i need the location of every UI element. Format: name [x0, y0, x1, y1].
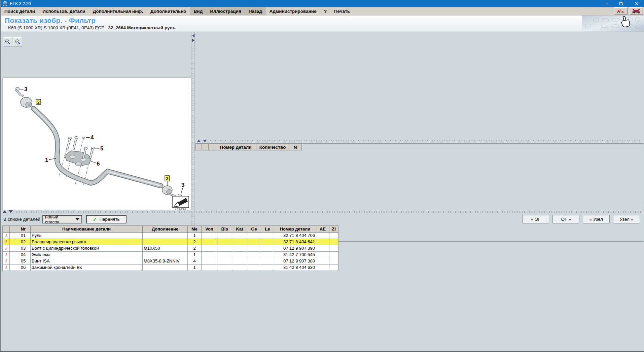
etk-app-icon: ETK — [2, 1, 8, 6]
check-icon: ✓ — [93, 216, 97, 222]
callout-1: 1 — [45, 157, 48, 163]
col-zi[interactable]: ZI — [329, 226, 338, 233]
next-og-button[interactable]: ОГ » — [552, 215, 579, 223]
cell-name: Эмблема — [31, 252, 143, 258]
svg-text:2: 2 — [37, 100, 39, 105]
menu-administrirovanie[interactable]: Администрирование — [266, 7, 320, 15]
right-horizontal-splitter[interactable] — [195, 139, 644, 143]
decorative-catalog-art — [582, 15, 644, 32]
col-select — [10, 226, 16, 233]
svg-text:ETK: ETK — [3, 4, 7, 6]
col-bis[interactable]: Bis — [217, 226, 232, 233]
col-kat[interactable]: Kat — [232, 226, 247, 233]
font-size-button[interactable]: A a — [614, 7, 628, 15]
collapse-right-icon[interactable] — [192, 39, 194, 42]
detail-col-blank1 — [195, 144, 202, 150]
restore-button[interactable] — [614, 0, 629, 7]
handlebar-diagram: 2 2 3 1 4 5 6 3 — [3, 78, 191, 212]
table-row[interactable]: i 03 Болт с цилиндрической головкой M10X… — [3, 245, 338, 252]
collapse-up-icon[interactable] — [197, 140, 201, 142]
table-row[interactable]: i 05 Винт ISA M8X35-8.8-ZNNIV 4 07 12 9 … — [3, 258, 338, 265]
detail-col-quantity[interactable]: Количество — [256, 144, 289, 150]
bottom-splitter-grip[interactable] — [15, 211, 642, 213]
parts-list-label: В списке деталей — [3, 217, 40, 222]
col-info — [3, 226, 10, 233]
hotspot-tag-2-right[interactable]: 2 — [165, 176, 170, 181]
callout-6: 6 — [97, 161, 100, 167]
menu-illustracia[interactable]: Иллюстрация — [206, 7, 245, 15]
info-icon[interactable]: i — [3, 233, 10, 239]
detail-col-part-number[interactable]: Номер детали — [215, 144, 256, 150]
detail-col-blank3 — [209, 144, 215, 150]
svg-text:2: 2 — [166, 176, 168, 181]
menu-ispolzov-detali[interactable]: Использов. детали — [39, 7, 89, 15]
col-ae[interactable]: AE — [316, 226, 329, 233]
dropdown-value: новый список — [45, 214, 73, 224]
info-icon[interactable]: i — [3, 245, 10, 252]
col-me[interactable]: Me — [188, 226, 202, 233]
menu-poisk-detali[interactable]: Поиск детали — [1, 7, 39, 15]
table-row[interactable]: i 01 Руль 1 32 71 8 404 706 — [3, 233, 338, 239]
col-name[interactable]: Наименование детали — [31, 226, 143, 233]
col-le[interactable]: Le — [261, 226, 274, 233]
bottom-horizontal-splitter[interactable] — [1, 210, 644, 214]
menu-nazad[interactable]: Назад — [245, 7, 266, 15]
menu-dop-inf[interactable]: Дополнительная инф. — [89, 7, 147, 15]
cell-addition — [143, 233, 188, 239]
cell-addition: M8X35-8.8-ZNNIV — [143, 258, 188, 265]
menu-pechat[interactable]: Печать — [330, 7, 354, 15]
parts-diagram-canvas[interactable]: 2 2 3 1 4 5 6 3 — [2, 77, 191, 212]
collapse-left-icon[interactable] — [192, 34, 194, 37]
menu-help[interactable]: ? — [320, 7, 330, 15]
next-node-button[interactable]: Узел » — [613, 215, 640, 223]
cell-addition — [143, 265, 188, 271]
info-icon[interactable]: i — [3, 265, 10, 271]
cell-nr: 05 — [16, 258, 31, 265]
prev-node-button[interactable]: « Узел — [583, 215, 610, 223]
no-vehicle-button[interactable] — [630, 7, 643, 15]
right-splitter-grip[interactable] — [210, 140, 641, 142]
zoom-in-button[interactable] — [3, 37, 12, 46]
table-row[interactable]: i 06 Зажимной кронштейн Вх 1 31 42 8 404… — [3, 265, 338, 271]
minimize-button[interactable] — [599, 0, 614, 7]
cell-name: Руль — [31, 233, 143, 239]
apply-button-label: Перенять — [99, 217, 119, 222]
callout-3-left: 3 — [24, 86, 27, 93]
table-row[interactable]: i 02 Балансир рулевого рычага 2 32 71 8 … — [3, 239, 338, 245]
callout-4: 4 — [91, 134, 94, 141]
cell-name: Зажимной кронштейн Вх — [31, 265, 143, 271]
page-title: Показать изобр. - Фильтр — [1, 15, 644, 25]
nav-button-group: « ОГ ОГ » « Узел Узел » — [522, 215, 640, 223]
collapse-down-icon[interactable] — [9, 210, 13, 213]
info-icon[interactable]: i — [3, 258, 10, 265]
col-von[interactable]: Von — [202, 226, 217, 233]
col-ge[interactable]: Ge — [247, 226, 261, 233]
parts-list-dropdown[interactable]: новый список — [42, 215, 82, 223]
col-part-number[interactable]: Номер детали — [274, 226, 316, 233]
cell-me: 2 — [188, 245, 202, 252]
hotspot-tag-2-left[interactable]: 2 — [36, 99, 41, 105]
col-addition[interactable]: Дополнение — [143, 226, 188, 233]
menu-bar: Поиск детали Использов. детали Дополните… — [1, 7, 644, 15]
collapse-up-icon[interactable] — [3, 210, 7, 213]
zoom-out-button[interactable] — [13, 37, 22, 46]
cell-me: 2 — [188, 239, 202, 245]
window-title: ETK 3.2.20 — [10, 1, 31, 6]
info-icon[interactable]: i — [3, 252, 10, 258]
cell-addition — [143, 239, 188, 245]
collapse-down-icon[interactable] — [203, 140, 207, 142]
close-button[interactable] — [629, 0, 644, 7]
detail-col-n[interactable]: N — [289, 144, 302, 150]
apply-button[interactable]: ✓ Перенять — [86, 215, 127, 223]
prev-og-button[interactable]: « ОГ — [522, 215, 549, 223]
context-line: K69 (S 1000 XR) S 1000 XR (0E41, 0E43) E… — [1, 25, 644, 30]
info-icon[interactable]: i — [3, 239, 10, 245]
cell-nr: 02 — [16, 239, 31, 245]
context-prefix: K69 (S 1000 XR) S 1000 XR (0E41, 0E43) E… — [8, 25, 108, 30]
menu-dopolnitelno[interactable]: Дополнительно — [147, 7, 190, 15]
menu-vid[interactable]: Вид — [190, 7, 207, 15]
table-row[interactable]: i 04 Эмблема 1 31 42 7 700 545 — [3, 252, 338, 258]
cell-part-number: 07 12 9 907 390 — [274, 245, 316, 252]
callout-3-right: 3 — [181, 182, 184, 188]
col-nr[interactable]: Nr — [16, 226, 31, 233]
